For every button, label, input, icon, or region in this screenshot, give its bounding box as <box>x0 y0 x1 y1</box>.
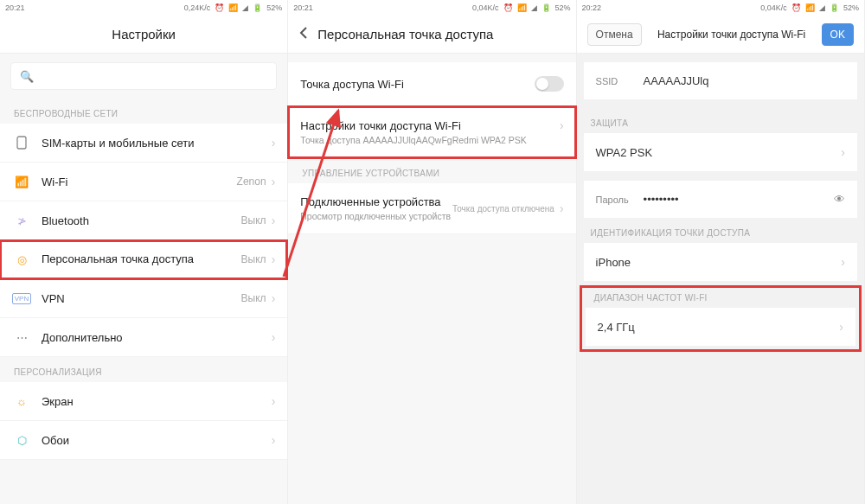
more-icon: ⋯ <box>12 331 31 344</box>
header: Настройки <box>0 16 287 54</box>
section-personalization: ПЕРСОНАЛИЗАЦИЯ <box>0 357 287 382</box>
ssid-value[interactable]: AAAAAJJUlq <box>644 74 845 87</box>
row-value: Выкл <box>241 292 266 304</box>
wifi-icon: 📶 <box>517 3 527 12</box>
sun-icon: ☼ <box>12 395 31 408</box>
password-value[interactable]: ••••••••• <box>644 193 834 206</box>
status-net: 0,04K/c <box>760 3 787 12</box>
row-hotspot-settings[interactable]: Настройки точки доступа Wi-Fi › Точка до… <box>288 106 575 158</box>
row-value: Zenon <box>237 175 266 188</box>
ident-value: iPhone <box>596 256 842 269</box>
bluetooth-icon: ≯ <box>12 214 31 227</box>
hotspot-icon: ◎ <box>12 253 31 266</box>
chevron-right-icon: › <box>272 330 276 344</box>
row-bluetooth[interactable]: ≯ Bluetooth Выкл › <box>0 201 287 240</box>
status-right: 0,24K/c ⏰ 📶 ◢ 🔋 52% <box>184 3 283 12</box>
row-frequency[interactable]: 2,4 ГГц › <box>586 308 855 346</box>
signal-icon: ◢ <box>531 3 537 12</box>
row-security[interactable]: WPA2 PSK › <box>584 133 857 172</box>
row-value: Выкл <box>241 253 266 265</box>
chevron-right-icon: › <box>560 118 564 132</box>
section-device-mgmt: УПРАВЛЕНИЕ УСТРОЙСТВАМИ <box>288 158 575 183</box>
row-label: SIM-карты и мобильные сети <box>42 137 272 150</box>
password-field[interactable]: Пароль ••••••••• 👁 <box>584 181 857 218</box>
toggle-switch[interactable] <box>535 76 564 92</box>
status-net: 0,24K/c <box>184 3 211 12</box>
row-subtitle: Просмотр подключенных устройств <box>300 211 452 221</box>
status-time: 20:21 <box>293 3 313 12</box>
freq-block-highlight: ДИАПАЗОН ЧАСТОТ WI-FI 2,4 ГГц › <box>580 286 861 351</box>
back-button[interactable] <box>298 26 309 42</box>
page-title: Настройки точки доступа Wi-Fi <box>647 29 817 41</box>
cancel-button[interactable]: Отмена <box>587 23 642 46</box>
row-sim-cards[interactable]: SIM-карты и мобильные сети › <box>0 124 287 163</box>
chevron-right-icon: › <box>272 291 276 305</box>
section-frequency: ДИАПАЗОН ЧАСТОТ WI-FI <box>580 288 861 308</box>
section-identification: ИДЕНТИФИКАЦИЯ ТОЧКИ ДОСТУПА <box>577 218 864 243</box>
signal-icon: ◢ <box>819 3 825 12</box>
battery-pct: 52% <box>843 3 859 12</box>
wireless-list: SIM-карты и мобильные сети › 📶 Wi-Fi Zen… <box>0 124 287 357</box>
wifi-icon: 📶 <box>12 175 31 188</box>
row-label: Подключенные устройства <box>300 195 452 208</box>
status-bar: 20:21 0,04K/c ⏰ 📶 ◢ 🔋 52% <box>288 0 575 16</box>
row-label: Bluetooth <box>42 214 241 227</box>
eye-icon[interactable]: 👁 <box>834 193 845 206</box>
page-title: Персональная точка доступа <box>317 27 493 41</box>
status-bar: 20:22 0,04K/c ⏰ 📶 ◢ 🔋 52% <box>577 0 864 16</box>
search-icon: 🔍 <box>20 70 34 83</box>
row-label: Дополнительно <box>42 331 272 344</box>
row-label: Обои <box>42 434 272 447</box>
page-title: Настройки <box>112 27 176 41</box>
panel-settings: 20:21 0,24K/c ⏰ 📶 ◢ 🔋 52% Настройки 🔍 БЕ… <box>0 0 288 504</box>
battery-pct: 52% <box>555 3 571 12</box>
alarm-icon: ⏰ <box>215 3 224 12</box>
signal-icon: ◢ <box>242 3 248 12</box>
section-wireless: БЕСПРОВОДНЫЕ СЕТИ <box>0 99 287 124</box>
freq-value: 2,4 ГГц <box>598 321 840 334</box>
battery-icon: 🔋 <box>253 3 262 12</box>
ok-button[interactable]: OK <box>822 23 854 46</box>
wifi-icon: 📶 <box>805 3 815 12</box>
sim-icon <box>12 136 31 150</box>
row-hotspot-toggle[interactable]: Точка доступа Wi-Fi <box>288 62 575 106</box>
field-label: Пароль <box>596 195 644 205</box>
chevron-right-icon: › <box>272 136 276 150</box>
section-security: ЗАЩИТА <box>577 108 864 133</box>
status-time: 20:21 <box>5 3 25 12</box>
security-value: WPA2 PSK <box>596 146 842 159</box>
chevron-right-icon: › <box>272 252 276 266</box>
chevron-right-icon: › <box>841 145 845 159</box>
battery-icon: 🔋 <box>541 3 551 12</box>
search-input[interactable]: 🔍 <box>10 62 277 90</box>
row-wifi[interactable]: 📶 Wi-Fi Zenon › <box>0 163 287 201</box>
ssid-field[interactable]: SSID AAAAAJJUlq <box>584 62 857 99</box>
row-personal-hotspot[interactable]: ◎ Персональная точка доступа Выкл › <box>0 240 287 279</box>
row-connected-devices[interactable]: Подключенные устройства Просмотр подключ… <box>288 183 575 234</box>
row-wallpaper[interactable]: ⬡ Обои › <box>0 421 287 460</box>
chevron-right-icon: › <box>272 175 276 188</box>
status-bar: 20:21 0,24K/c ⏰ 📶 ◢ 🔋 52% <box>0 0 287 16</box>
row-label: Персональная точка доступа <box>42 252 241 266</box>
battery-icon: 🔋 <box>830 3 839 12</box>
row-label: Точка доступа Wi-Fi <box>300 78 534 91</box>
row-vpn[interactable]: VPN VPN Выкл › <box>0 279 287 318</box>
svg-rect-0 <box>17 137 26 149</box>
row-value: Точка доступа отключена <box>452 203 554 214</box>
row-label: Wi-Fi <box>42 175 237 188</box>
chevron-right-icon: › <box>839 320 843 334</box>
alarm-icon: ⏰ <box>503 3 513 12</box>
row-subtitle: Точка доступа AAAAAJJUlqAAQwFgRedmi WPA2… <box>300 135 563 145</box>
header: Персональная точка доступа <box>288 16 575 54</box>
panel-hotspot-config: 20:22 0,04K/c ⏰ 📶 ◢ 🔋 52% Отмена Настрой… <box>577 0 865 504</box>
header: Отмена Настройки точки доступа Wi-Fi OK <box>577 16 864 54</box>
status-right: 0,04K/c ⏰ 📶 ◢ 🔋 52% <box>760 3 859 12</box>
status-net: 0,04K/c <box>472 3 499 12</box>
panel-hotspot: 20:21 0,04K/c ⏰ 📶 ◢ 🔋 52% Персональная т… <box>288 0 576 504</box>
chevron-right-icon: › <box>272 433 276 447</box>
status-right: 0,04K/c ⏰ 📶 ◢ 🔋 52% <box>472 3 571 12</box>
alarm-icon: ⏰ <box>791 3 801 12</box>
row-more[interactable]: ⋯ Дополнительно › <box>0 318 287 357</box>
row-screen[interactable]: ☼ Экран › <box>0 382 287 421</box>
row-identification[interactable]: iPhone › <box>584 243 857 281</box>
